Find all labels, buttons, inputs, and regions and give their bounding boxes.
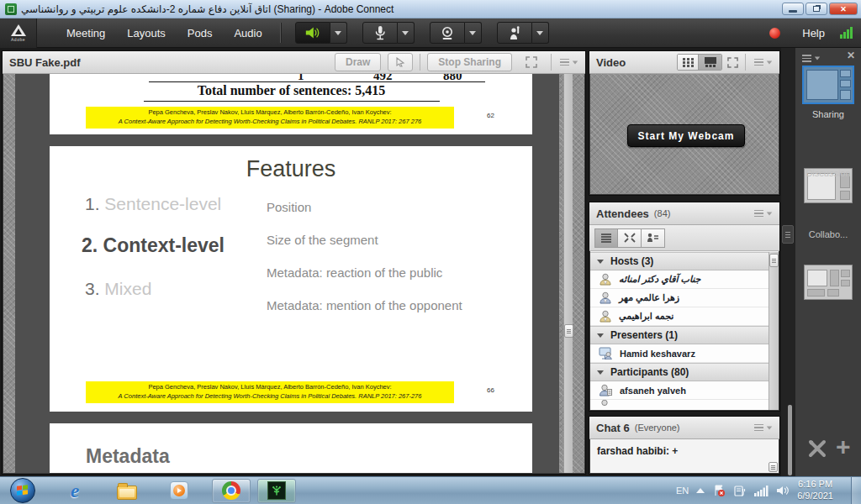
speaker-button[interactable] (295, 22, 330, 44)
menu-audio[interactable]: Audio (223, 19, 272, 47)
slide-page-metadata: Metadata (50, 423, 532, 473)
network-signal-icon[interactable] (754, 485, 769, 496)
volume-icon[interactable] (776, 485, 790, 496)
layout-tools-icon[interactable] (807, 438, 827, 459)
stop-sharing-button[interactable]: Stop Sharing (427, 53, 512, 71)
collapse-caret-icon (597, 333, 604, 338)
layout-sharing-thumbnail[interactable] (802, 66, 854, 104)
menu-bar: Adobe Meeting Layouts Pods Audio (0, 18, 861, 48)
taskbar-chrome-button[interactable] (212, 479, 251, 503)
windows-start-icon (10, 478, 35, 503)
layout-collaboration-thumbnail[interactable] (804, 265, 853, 300)
attendee-status-view-button[interactable] (642, 228, 665, 248)
group-header-presenters[interactable]: Presenters (1) (590, 326, 779, 344)
attendee-list-view-button[interactable] (594, 228, 618, 248)
column-scrollbar[interactable] (788, 405, 792, 475)
menu-meeting[interactable]: Meeting (55, 19, 116, 47)
slide-page-number: 66 (487, 386, 494, 394)
window-title: اتاق آنلاين دفاع شماره 2-دانشكده علوم تر… (21, 3, 394, 15)
attendee-row[interactable]: زهرا عالمي مهر (590, 289, 779, 307)
attendees-scrollbar-handle[interactable] (769, 254, 779, 267)
attendees-pod: Attendees (84) Hosts (3) (589, 202, 780, 412)
record-indicator-icon[interactable] (769, 28, 780, 39)
raise-hand-dropdown[interactable] (532, 22, 549, 44)
share-pod-menu-button[interactable] (560, 57, 578, 68)
close-button[interactable]: ✕ (829, 3, 858, 15)
attendee-row[interactable]: نجمه ابراهيمي (590, 307, 779, 326)
minimize-button[interactable] (782, 3, 804, 15)
share-scrollbar[interactable] (563, 74, 573, 473)
taskbar-explorer-button[interactable] (108, 479, 146, 503)
chat-scrollbar-handle[interactable] (769, 462, 778, 472)
video-filmstrip-view-button[interactable] (698, 55, 721, 70)
attendee-row-partial[interactable] (590, 400, 779, 410)
video-fullscreen-icon[interactable] (727, 57, 738, 68)
filmstrip-view-icon (704, 57, 717, 67)
fullscreen-icon (526, 56, 537, 68)
fullscreen-button[interactable] (519, 53, 544, 71)
microphone-button[interactable] (362, 22, 398, 44)
sidebar-close-icon[interactable]: ✕ (847, 50, 855, 61)
pointer-tool-button[interactable] (388, 53, 413, 71)
feature-item: Size of the segment (267, 233, 378, 247)
connection-status-icon[interactable] (840, 27, 853, 39)
attendee-row[interactable]: afsaneh yalveh (590, 381, 779, 400)
attendee-row[interactable]: Hamid keshavarz (590, 344, 779, 363)
breakout-view-icon (624, 233, 636, 243)
share-pod: SBU Fake.pdf Draw Stop Sharing (2, 50, 586, 475)
action-center-flag-icon[interactable] (712, 484, 726, 497)
menu-layouts[interactable]: Layouts (116, 19, 177, 47)
show-desktop-button[interactable] (851, 477, 861, 504)
sidebar-menu-button[interactable] (802, 53, 821, 64)
layout-discussion-label[interactable]: Discussion (795, 168, 861, 178)
menu-pods[interactable]: Pods (177, 19, 224, 47)
presenter-attendee-icon (599, 347, 613, 360)
sidebar-collapse-handle[interactable] (782, 225, 794, 244)
slide-list-item-2: 2. Context-level (82, 234, 224, 257)
minimize-icon (789, 10, 797, 13)
group-header-participants[interactable]: Participants (80) (590, 363, 779, 381)
raise-hand-button[interactable] (497, 22, 532, 44)
draw-button[interactable]: Draw (335, 53, 381, 71)
slide-page-features: Features 1. Sentence-level 2. Context-le… (50, 146, 532, 412)
power-plug-icon[interactable] (733, 484, 747, 497)
video-pod-title: Video (596, 56, 626, 69)
chat-pod-title: Chat 6 (596, 422, 630, 434)
taskbar-connect-button[interactable] (257, 479, 296, 503)
microphone-dropdown[interactable] (398, 22, 415, 44)
speaker-dropdown[interactable] (330, 22, 347, 44)
grid-view-icon (683, 58, 694, 67)
share-pod-title: SBU Fake.pdf (9, 56, 81, 69)
list-view-icon (600, 233, 612, 243)
taskbar-ie-button[interactable]: e (55, 479, 94, 503)
chat-pod-menu-button[interactable] (754, 423, 773, 433)
attendee-name: زهرا عالمي مهر (619, 292, 679, 303)
slide-title: Features (50, 156, 532, 182)
layout-collaboration-label[interactable]: Collabo... (795, 229, 861, 239)
show-hidden-icons-button[interactable] (696, 488, 705, 493)
language-indicator[interactable]: EN (676, 486, 689, 496)
taskbar: e EN (0, 476, 861, 504)
webcam-dropdown[interactable] (465, 22, 482, 44)
attendees-scrollbar[interactable] (769, 252, 779, 410)
chat-body[interactable]: farshad habibi: + (590, 439, 779, 473)
breakout-view-button[interactable] (618, 228, 642, 248)
add-layout-icon[interactable]: + (836, 433, 851, 461)
attendee-row[interactable]: جناب آقاي دكتر امنائه (590, 270, 779, 289)
attendees-pod-menu-button[interactable] (754, 208, 773, 219)
start-webcam-button[interactable]: Start My Webcam (627, 124, 745, 147)
feature-item: Position (267, 200, 311, 214)
citation-highlight: Pepa Gencheva, Preslav Nakov, Lluís Màrq… (86, 107, 454, 129)
taskbar-media-player-button[interactable] (160, 479, 198, 503)
share-scrollbar-handle[interactable] (564, 324, 573, 338)
start-button[interactable] (3, 479, 42, 503)
video-grid-view-button[interactable] (678, 55, 698, 70)
restore-button[interactable] (806, 3, 827, 15)
help-menu[interactable]: Help (802, 27, 825, 39)
webcam-button[interactable] (430, 22, 465, 44)
taskbar-clock[interactable]: 6:16 PM 6/9/2021 (797, 479, 833, 502)
video-pod-menu-button[interactable] (754, 57, 773, 68)
video-pod-header: Video (589, 51, 779, 74)
group-header-hosts[interactable]: Hosts (3) (590, 252, 779, 270)
layout-sharing-label[interactable]: Sharing (795, 109, 861, 119)
